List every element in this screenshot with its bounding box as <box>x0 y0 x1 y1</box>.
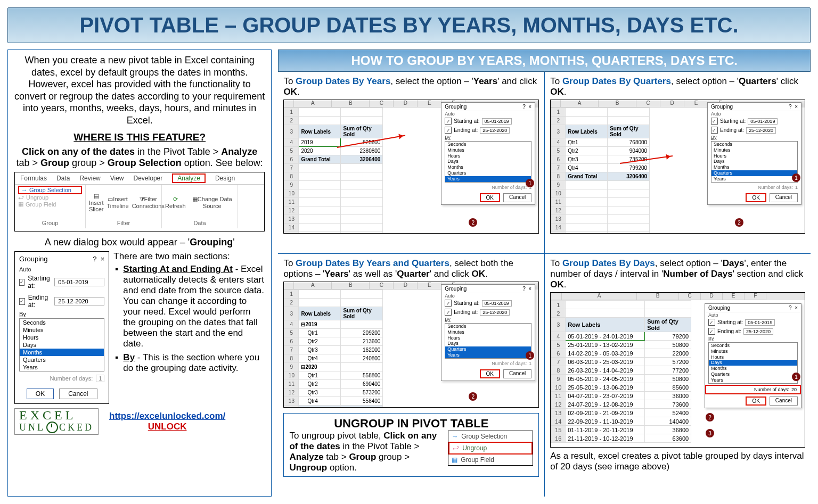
ribbon-ungroup: ⮐Ungroup <box>18 194 82 201</box>
cell-years: To Group Dates By Years, select the opti… <box>278 72 544 254</box>
numdays-label: Number of days: <box>50 375 93 382</box>
refresh-icon: ⟳ <box>173 196 178 203</box>
list-item: Hours <box>20 334 104 341</box>
by-label: By <box>15 311 109 317</box>
tab-data: Data <box>56 175 70 182</box>
ribbon-filter-connections: ⧩Filter Connections <box>132 196 165 209</box>
grouping-mini-dialog: Grouping? × Auto ✓Starting at:05-01-2019… <box>441 284 535 381</box>
where-heading: WHERE IS THIS FEATURE? <box>14 131 265 143</box>
screenshot-years-quarters: ABCDEF 1 2 3Row LabelsSum of Qty Sold 4⊟… <box>283 282 539 408</box>
ungroup-screenshot: →Group Selection ⮐Ungroup ▦Group Field <box>448 431 533 466</box>
ribbon-insert-slicer: ▤Insert Slicer <box>89 193 104 212</box>
tab-formulas: Formulas <box>20 175 47 182</box>
cell-quarters: To Group Dates By Quarters, select optio… <box>544 72 811 254</box>
step-badge-2: 2 <box>706 413 714 422</box>
list-item-selected: Months <box>20 349 104 356</box>
tab-developer: Developer <box>134 175 163 182</box>
arrow-right-icon: → <box>452 433 458 440</box>
checkbox-icon: ✓ <box>19 298 25 305</box>
unlock-label: UNLOCK <box>109 422 225 432</box>
cell-days: To Group Dates By Days, select option – … <box>544 254 811 497</box>
ribbon-change-data-source: ▦Change Data Source <box>190 196 234 209</box>
numdays-value: 1 <box>96 375 104 382</box>
checkbox-icon: ✓ <box>19 279 24 286</box>
left-panel: When you create a new pivot table in Exc… <box>7 49 272 497</box>
list-item: Seconds <box>20 319 104 326</box>
dialog-caption: A new dialog box would appear – 'Groupin… <box>14 237 265 248</box>
tab-design: Design <box>215 175 235 182</box>
step-badge-1: 1 <box>792 173 800 182</box>
grouping-mini-dialog: Grouping? × Auto ✓Starting at:05-01-2019… <box>705 303 801 408</box>
ribbon-group-label: Group <box>15 220 86 228</box>
starting-at-label: Starting at: <box>28 275 51 290</box>
data-source-icon: ▦ <box>192 196 198 203</box>
right-panel: HOW TO GROUP BY YEARS, MONTHS, QUARTERS,… <box>278 49 811 497</box>
step-badge-3: 3 <box>706 429 714 437</box>
help-icon: ? × <box>93 255 104 263</box>
arrow-right-icon: → <box>21 187 27 193</box>
timeline-icon: ▭ <box>108 196 113 203</box>
site-link[interactable]: https://excelunlocked.com/ UNLOCK <box>109 411 225 432</box>
tab-analyze: Analyze <box>172 173 206 183</box>
ending-at-value: 25-12-2020 <box>54 297 104 305</box>
list-item: Quarters <box>20 356 104 363</box>
grouping-mini-dialog: Grouping? × Auto ✓Starting at:05-01-2019… <box>441 102 535 205</box>
ok-button: OK <box>480 193 500 202</box>
slicer-icon: ▤ <box>94 193 99 200</box>
days-result-text: As a result, excel creates a pivot table… <box>550 451 805 472</box>
click-on-dates: Click on any of the dates <box>22 146 135 157</box>
grouping-list: Seconds Minutes Hours Days Months Quarte… <box>19 318 104 371</box>
grouping-mini-dialog: Grouping? × Auto ✓Starting at:05-01-2019… <box>707 102 801 205</box>
step-badge-2: 2 <box>735 218 743 227</box>
starting-at-value: 05-01-2019 <box>54 278 104 286</box>
grouping-dialog: Grouping? × Auto ✓Starting at:05-01-2019… <box>14 251 109 404</box>
group-field-icon: ▦ <box>452 456 457 464</box>
ungroup-box: UNGROUP IN PIVOT TABLE To ungroup pivot … <box>283 413 539 477</box>
ribbon-filter-label: Filter <box>86 220 162 228</box>
step-badge-2: 2 <box>469 218 477 227</box>
ok-button: OK <box>27 389 54 399</box>
ending-at-label: Ending at: <box>28 294 52 309</box>
click-instruction: Click on any of the dates in the Pivot T… <box>14 146 265 169</box>
ribbon-group-selection: →Group Selection <box>18 186 82 194</box>
ungroup-title: UNGROUP IN PIVOT TABLE <box>289 417 533 431</box>
screenshot-quarters: ABCDEF 1 2 3Row LabelsSum of Qty Sold 4Q… <box>550 100 805 234</box>
page-title: PIVOT TABLE – GROUP DATES BY YEARS, MONT… <box>7 7 811 43</box>
clock-icon <box>46 422 58 433</box>
ribbon-insert-timeline: ▭Insert Timeline <box>107 196 129 209</box>
ribbon-group-field: ▦Group Field <box>18 201 82 208</box>
cancel-button: Cancel <box>59 389 97 399</box>
dialog-title: Grouping <box>19 255 47 263</box>
ribbon-data-label: Data <box>162 220 238 228</box>
tab-review: Review <box>79 175 100 182</box>
right-subhead: HOW TO GROUP BY YEARS, MONTHS, QUARTERS,… <box>278 49 811 72</box>
ungroup-icon: ⮐ <box>18 194 24 201</box>
step-badge-1: 1 <box>792 373 800 381</box>
excel-unlocked-logo: EXCEL UNLCKED <box>14 408 99 435</box>
cancel-button: Cancel <box>503 193 531 202</box>
tab-view: View <box>110 175 124 182</box>
cell-years-quarters: To Group Dates By Years and Quarters, se… <box>278 254 544 497</box>
dialog-auto-label: Auto <box>15 266 109 272</box>
list-item: Minutes <box>20 326 104 334</box>
screenshot-years: ABCDEF 1 2 3Row LabelsSum of Qty Sold 42… <box>283 100 539 234</box>
intro-text: When you create a new pivot table in Exc… <box>14 54 265 126</box>
filter-icon: ⧩ <box>140 196 144 203</box>
list-item: Years <box>20 363 104 371</box>
ribbon-refresh: ⟳Refresh <box>165 196 186 209</box>
close-icon: ? × <box>522 104 531 110</box>
step-badge-2: 2 <box>469 392 477 401</box>
ungroup-icon: ⮐ <box>453 444 459 452</box>
ribbon-screenshot: Formulas Data Review View Developer Anal… <box>14 172 265 232</box>
screenshot-days: ABCDEF 1 2 3Row LabelsSum of Qty Sold 40… <box>550 292 805 448</box>
sections-text: There are two main sections: Starting At… <box>113 251 265 404</box>
list-item: Days <box>20 341 104 349</box>
group-field-icon: ▦ <box>18 201 23 208</box>
